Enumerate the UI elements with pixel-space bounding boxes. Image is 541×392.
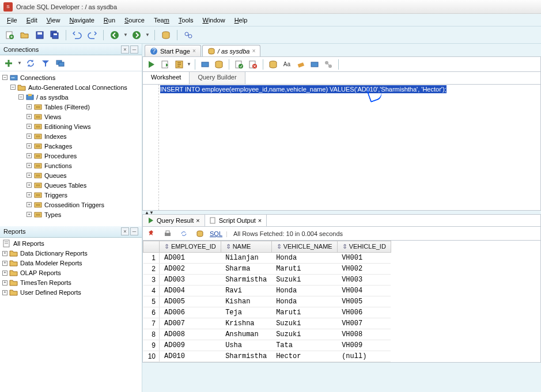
- menu-team[interactable]: Team: [149, 16, 174, 25]
- rollback-icon[interactable]: [233, 58, 245, 71]
- svg-rect-44: [35, 183, 41, 188]
- connections-title: Connections: [3, 46, 39, 53]
- unshared-worksheet-icon[interactable]: [322, 58, 335, 71]
- results-toolbar: SQL | All Rows Fetched: 10 in 0.004 seco…: [142, 227, 541, 241]
- tree-node[interactable]: +Editioning Views: [0, 121, 142, 131]
- tree-conn-sysdba[interactable]: −/ as sysdba: [0, 92, 142, 102]
- col-vehicle-id[interactable]: ⇕VEHICLE_ID: [337, 241, 391, 253]
- panel-minimize-icon[interactable]: ─: [130, 227, 138, 235]
- tab-query-builder[interactable]: Query Builder: [190, 72, 245, 84]
- tab-script-output[interactable]: Script Output ×: [205, 215, 267, 226]
- close-icon[interactable]: ×: [196, 217, 199, 224]
- panel-pin-icon[interactable]: ×: [121, 227, 129, 235]
- run-statement-icon[interactable]: [145, 58, 158, 71]
- undo-icon[interactable]: [71, 29, 84, 41]
- tree-node[interactable]: +Crossedition Triggers: [0, 200, 142, 210]
- tree-report[interactable]: +Data Dictionary Reports: [0, 249, 142, 258]
- filter-icon[interactable]: [39, 57, 52, 70]
- menu-window[interactable]: Window: [198, 16, 230, 25]
- tree-report[interactable]: +TimesTen Reports: [0, 278, 142, 288]
- sql-link[interactable]: SQL: [210, 230, 222, 237]
- forward-icon[interactable]: [130, 29, 143, 41]
- close-icon[interactable]: ×: [192, 48, 196, 54]
- save-grid-icon[interactable]: [194, 227, 206, 240]
- tree-report[interactable]: +User Defined Reports: [0, 288, 142, 298]
- tree-node[interactable]: +Views: [0, 112, 142, 121]
- results-grid[interactable]: ⇕EMPLOYEE_ID ⇕NAME ⇕VEHICLE_NAME ⇕VEHICL…: [142, 241, 541, 363]
- save-icon[interactable]: [33, 29, 46, 41]
- tree-report[interactable]: +Data Modeler Reports: [0, 258, 142, 268]
- table-row[interactable]: 1AD001NilanjanHondaVH001: [143, 253, 391, 264]
- tab-query-result[interactable]: Query Result ×: [143, 215, 205, 226]
- table-row[interactable]: 4AD004RaviHondaVH004: [143, 286, 391, 296]
- table-row[interactable]: 8AD008AnshumanSuzukiVH008: [143, 329, 391, 340]
- clear-icon[interactable]: [294, 58, 307, 71]
- table-row[interactable]: 5AD005KishanHondaVH005: [143, 296, 391, 307]
- tree-node[interactable]: +Queues Tables: [0, 180, 142, 190]
- reports-tree[interactable]: All Reports +Data Dictionary Reports+Dat…: [0, 238, 142, 393]
- new-connection-icon[interactable]: [2, 57, 15, 70]
- table-row[interactable]: 2AD002SharmaMarutiVH002: [143, 264, 391, 275]
- panel-pin-icon[interactable]: ×: [121, 45, 129, 54]
- table-row[interactable]: 3AD003SharmisthaSuzukiVH003: [143, 275, 391, 286]
- tree-node[interactable]: +Tables (Filtered): [0, 102, 142, 112]
- connections-tree[interactable]: −Connections −Auto-Generated Local Conne…: [0, 71, 142, 226]
- tree-node[interactable]: +Packages: [0, 141, 142, 151]
- col-name[interactable]: ⇕NAME: [221, 241, 271, 253]
- menu-source[interactable]: Source: [120, 16, 149, 25]
- back-icon[interactable]: [108, 29, 121, 41]
- commit-icon[interactable]: [213, 58, 225, 71]
- refresh-icon[interactable]: [177, 227, 190, 240]
- svg-rect-41: [35, 173, 41, 178]
- menu-edit[interactable]: Edit: [22, 16, 42, 25]
- tree-node[interactable]: +Indexes: [0, 131, 142, 141]
- sql-editor[interactable]: INSERT INTO employee(employee_id,name,ve…: [142, 84, 541, 211]
- to-uppercase-icon[interactable]: Aa: [281, 58, 293, 71]
- svg-rect-76: [210, 218, 215, 223]
- close-icon[interactable]: ×: [258, 217, 262, 224]
- open-icon[interactable]: [18, 29, 31, 41]
- explain-plan-icon[interactable]: [173, 58, 186, 71]
- tree-node[interactable]: +Types: [0, 210, 142, 219]
- menu-navigate[interactable]: Navigate: [65, 16, 99, 25]
- table-row[interactable]: 10AD010SharmisthaHector(null): [143, 351, 391, 362]
- menu-view[interactable]: View: [42, 16, 65, 25]
- format-icon[interactable]: [308, 58, 321, 71]
- save-all-icon[interactable]: [48, 29, 61, 41]
- tree-node[interactable]: +Functions: [0, 161, 142, 170]
- col-vehicle-name[interactable]: ⇕VEHICLE_NAME: [271, 241, 337, 253]
- table-row[interactable]: 9AD009UshaTataVH009: [143, 340, 391, 351]
- autotrace-icon[interactable]: [199, 58, 211, 71]
- tree-report[interactable]: +OLAP Reports: [0, 268, 142, 278]
- tree-node[interactable]: +Queues: [0, 170, 142, 180]
- folders-icon[interactable]: [54, 57, 67, 70]
- refresh-connections-icon[interactable]: [24, 57, 37, 70]
- tree-node[interactable]: +Procedures: [0, 151, 142, 161]
- table-row[interactable]: 7AD007KrishnaSuzukiVH007: [143, 318, 391, 329]
- svg-point-8: [133, 31, 141, 39]
- new-icon[interactable]: [3, 29, 16, 41]
- pin-icon[interactable]: [145, 227, 158, 240]
- sql-history-icon[interactable]: [267, 58, 279, 71]
- menu-tools[interactable]: Tools: [174, 16, 198, 25]
- tab-sysdba[interactable]: / as sysdba ×: [202, 45, 260, 56]
- close-icon[interactable]: ×: [252, 48, 255, 54]
- sql-icon[interactable]: [160, 29, 172, 41]
- tree-all-reports[interactable]: All Reports: [0, 239, 142, 249]
- tab-worksheet[interactable]: Worksheet: [143, 72, 190, 84]
- print-icon[interactable]: [161, 227, 174, 240]
- col-employee-id[interactable]: ⇕EMPLOYEE_ID: [160, 241, 221, 253]
- tab-start-page[interactable]: ? Start Page ×: [145, 45, 201, 56]
- tree-root-connections[interactable]: −Connections: [0, 73, 142, 82]
- run-script-icon[interactable]: [159, 58, 172, 71]
- menu-help[interactable]: Help: [230, 16, 252, 25]
- cancel-icon[interactable]: [247, 58, 259, 71]
- menu-file[interactable]: File: [2, 16, 22, 25]
- tree-folder-autogen[interactable]: −Auto-Generated Local Connections: [0, 82, 142, 92]
- table-row[interactable]: 6AD006TejaMarutiVH006: [143, 307, 391, 318]
- find-icon[interactable]: [182, 29, 195, 41]
- redo-icon[interactable]: [86, 29, 99, 41]
- tree-node[interactable]: +Triggers: [0, 190, 142, 200]
- menu-run[interactable]: Run: [99, 16, 120, 25]
- panel-minimize-icon[interactable]: ─: [130, 45, 138, 54]
